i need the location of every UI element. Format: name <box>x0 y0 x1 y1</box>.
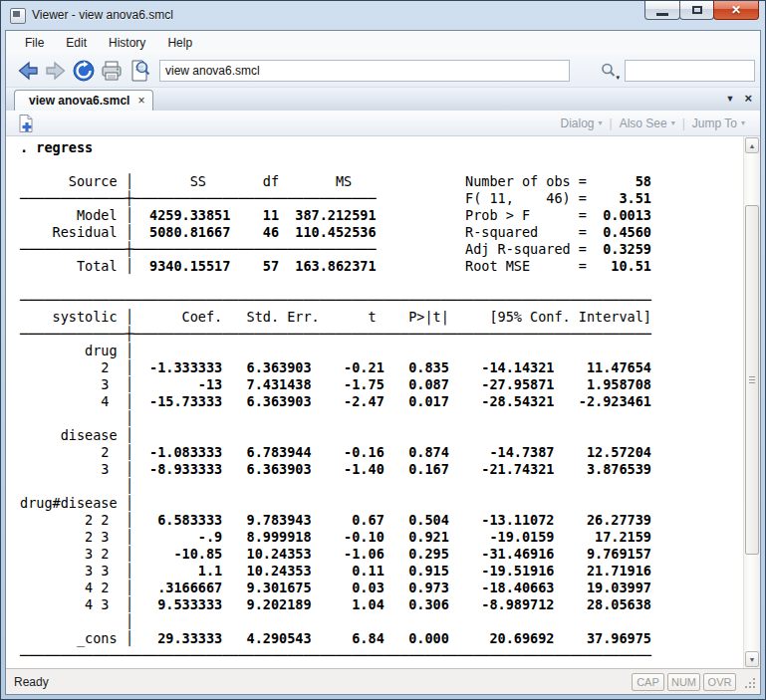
navigation-toolbar: ▾ <box>6 55 760 88</box>
output-line: Model │ 4259.33851 11 387.212591 Prob > … <box>20 207 743 224</box>
output-line: Residual │ 5080.81667 46 110.452536 R-sq… <box>20 224 743 241</box>
also-see-button[interactable]: Also See ▾ <box>613 117 682 130</box>
viewer-output: . regress Source │ SS df MS Number of ob… <box>6 136 743 668</box>
maximize-icon <box>692 6 702 14</box>
tab-list-icon[interactable]: ▼ <box>725 94 734 104</box>
also-see-dropdown-icon: ▾ <box>671 118 675 127</box>
maximize-button[interactable] <box>679 1 714 20</box>
close-button[interactable]: ✕ <box>713 1 759 20</box>
output-line: 3 3 │ 1.1 10.24353 0.11 0.915 -19.51916 … <box>20 563 743 580</box>
dialog-dropdown-icon: ▾ <box>599 118 603 127</box>
output-line: 2 2 │ 6.583333 9.783943 0.67 0.504 -13.1… <box>20 512 743 529</box>
forward-icon <box>44 59 68 83</box>
output-line: 2 │ -1.333333 6.363903 -0.21 0.835 -14.1… <box>20 359 743 376</box>
output-line: ────────────────────────────────────────… <box>20 647 743 664</box>
output-line: . regress <box>20 139 743 156</box>
scrollbar-thumb[interactable] <box>745 205 759 555</box>
status-text: Ready <box>14 675 49 689</box>
menu-help[interactable]: Help <box>156 33 203 53</box>
output-line: Source │ SS df MS Number of obs = 58 <box>20 173 743 190</box>
menu-bar: File Edit History Help <box>6 31 760 55</box>
output-line: ────────────────────────────────────────… <box>20 292 743 309</box>
also-see-label: Also See <box>620 117 667 130</box>
num-lock-indicator: NUM <box>667 673 700 691</box>
find-button[interactable]: ▾ <box>596 59 622 83</box>
tab-close-icon[interactable]: × <box>137 95 144 107</box>
tab-view-anova6[interactable]: view anova6.smcl × <box>14 90 153 111</box>
viewer-window: Viewer - view anova6.smcl ✕ File Edit Hi… <box>0 0 766 700</box>
scroll-down-icon: ▼ <box>749 656 756 663</box>
minimize-button[interactable] <box>644 1 680 20</box>
scroll-up-icon: ▲ <box>749 142 756 149</box>
caps-lock-indicator: CAP <box>632 673 664 691</box>
resize-grip[interactable] <box>742 675 756 689</box>
output-line: _cons │ 29.33333 4.290543 6.84 0.000 20.… <box>20 630 743 647</box>
tab-label: view anova6.smcl <box>29 94 129 108</box>
dialog-button[interactable]: Dialog ▾ <box>554 117 610 130</box>
overwrite-indicator: OVR <box>703 673 736 691</box>
new-page-icon <box>16 114 36 133</box>
forward-button[interactable] <box>42 58 70 84</box>
search-input[interactable] <box>625 60 755 82</box>
output-line: systolic │ Coef. Std. Err. t P>|t| [95% … <box>20 309 743 326</box>
minimize-icon <box>656 13 668 16</box>
window-icon[interactable] <box>10 8 26 24</box>
address-input[interactable] <box>159 60 570 82</box>
output-line: │ <box>20 410 743 427</box>
tabbar-close-icon[interactable]: × <box>744 92 752 105</box>
scroll-down-button[interactable]: ▼ <box>745 651 759 667</box>
jump-to-button[interactable]: Jump To ▾ <box>685 117 752 130</box>
refresh-button[interactable] <box>70 58 98 84</box>
output-line: 4 3 │ 9.533333 9.202189 1.04 0.306 -8.98… <box>20 596 743 613</box>
output-line: drug#disease │ <box>20 495 743 512</box>
output-line: ─────────────┼──────────────────────────… <box>20 326 743 343</box>
new-log-button[interactable] <box>14 113 38 134</box>
back-button[interactable] <box>14 58 42 84</box>
back-icon <box>16 59 40 83</box>
print-preview-icon <box>128 59 151 83</box>
menu-history[interactable]: History <box>98 33 156 53</box>
output-line: Total │ 9340.15517 57 163.862371 Root MS… <box>20 258 743 275</box>
close-icon: ✕ <box>731 3 741 17</box>
output-line: disease │ <box>20 427 743 444</box>
output-line: 2 3 │ -.9 8.999918 -0.10 0.921 -19.0159 … <box>20 529 743 546</box>
viewer-content: . regress Source │ SS df MS Number of ob… <box>6 136 760 668</box>
print-button[interactable] <box>98 58 126 84</box>
jump-to-label: Jump To <box>692 117 737 130</box>
tab-bar: view anova6.smcl × ▼ × <box>6 88 760 111</box>
viewer-toolbar: Dialog ▾ | Also See ▾ | Jump To ▾ <box>6 111 760 136</box>
output-line: 4 2 │ .3166667 9.301675 0.03 0.973 -18.4… <box>20 580 743 596</box>
output-line: 3 │ -8.933333 6.363903 -1.40 0.167 -21.7… <box>20 461 743 478</box>
output-line: ─────────────┼──────────────────────────… <box>20 190 743 207</box>
output-line: 3 2 │ -10.85 10.24353 -1.06 0.295 -31.46… <box>20 546 743 563</box>
print-preview-button[interactable] <box>126 58 153 84</box>
output-line: 3 │ -13 7.431438 -1.75 0.087 -27.95871 1… <box>20 376 743 393</box>
output-line <box>20 275 743 292</box>
output-line: │ <box>20 478 743 495</box>
print-icon <box>100 59 124 83</box>
client-area: File Edit History Help <box>5 30 761 695</box>
scroll-up-button[interactable]: ▲ <box>745 137 759 153</box>
output-line <box>20 156 743 173</box>
output-line: │ <box>20 613 743 630</box>
dialog-label: Dialog <box>561 117 595 130</box>
menu-edit[interactable]: Edit <box>55 33 98 53</box>
output-line: 4 │ -15.73333 6.363903 -2.47 0.017 -28.5… <box>20 393 743 410</box>
search-dropdown-icon: ▾ <box>616 74 620 81</box>
window-title: Viewer - view anova6.smcl <box>32 8 173 22</box>
output-line: ─────────────┼──────────────────────────… <box>20 241 743 258</box>
title-bar[interactable]: Viewer - view anova6.smcl ✕ <box>1 1 765 30</box>
menu-file[interactable]: File <box>14 33 55 53</box>
output-line: drug │ <box>20 343 743 359</box>
scrollbar-grip-icon <box>749 376 755 384</box>
output-line: 2 │ -1.083333 6.783944 -0.16 0.874 -14.7… <box>20 444 743 461</box>
refresh-icon <box>72 59 96 83</box>
vertical-scrollbar[interactable]: ▲ ▼ <box>743 136 760 668</box>
status-bar: Ready CAP NUM OVR <box>6 668 760 694</box>
search-icon <box>600 62 618 80</box>
jump-to-dropdown-icon: ▾ <box>741 118 745 127</box>
